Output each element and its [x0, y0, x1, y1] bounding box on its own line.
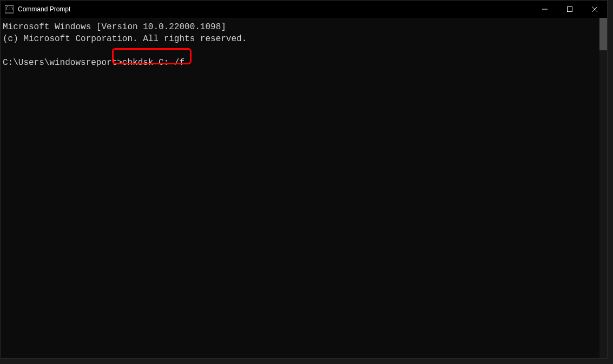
window-controls: [532, 1, 607, 18]
terminal-output[interactable]: Microsoft Windows [Version 10.0.22000.10…: [1, 18, 607, 358]
command-prompt-icon: C:\: [5, 5, 14, 14]
close-button[interactable]: [582, 1, 607, 18]
svg-text:C:\: C:\: [6, 6, 14, 11]
typed-command: chkdsk C: /f: [122, 58, 184, 68]
minimize-button[interactable]: [532, 1, 557, 18]
prompt-line: C:\Users\windowsreport>chkdsk C: /f: [3, 57, 605, 69]
prompt-path: C:\Users\windowsreport>: [3, 58, 122, 68]
maximize-button[interactable]: [557, 1, 582, 18]
command-prompt-window: C:\ Command Prompt: [0, 0, 608, 359]
copyright-line: (c) Microsoft Corporation. All rights re…: [3, 33, 605, 45]
window-title: Command Prompt: [18, 5, 70, 13]
version-line: Microsoft Windows [Version 10.0.22000.10…: [3, 21, 605, 33]
svg-rect-3: [568, 7, 572, 12]
titlebar-left: C:\ Command Prompt: [5, 5, 70, 14]
titlebar[interactable]: C:\ Command Prompt: [1, 1, 607, 18]
blank-line: [3, 45, 605, 57]
